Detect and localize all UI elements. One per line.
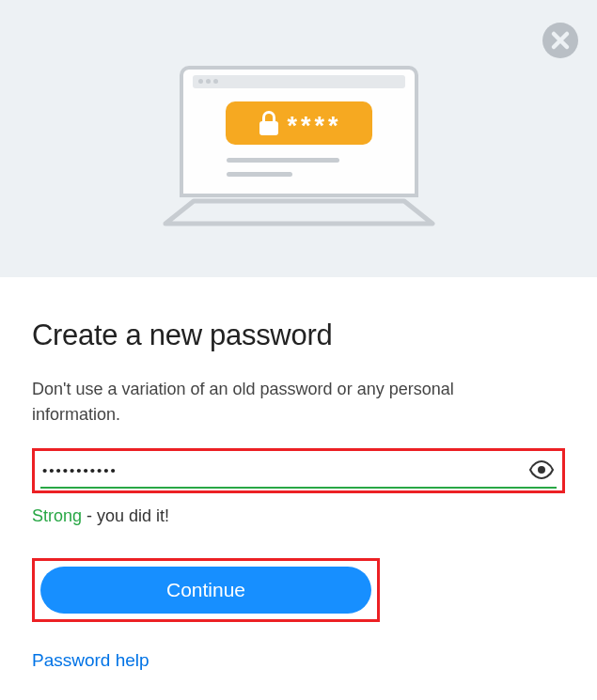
lock-icon bbox=[259, 111, 279, 135]
password-strength-text: Strong - you did it! bbox=[32, 506, 565, 526]
password-mask-icon: **** bbox=[287, 110, 338, 135]
laptop-base-icon bbox=[158, 197, 440, 229]
content-section: Create a new password Don't use a variat… bbox=[0, 277, 597, 671]
placeholder-line-icon bbox=[227, 158, 339, 163]
password-input-row bbox=[40, 457, 557, 489]
continue-button[interactable]: Continue bbox=[40, 567, 371, 614]
password-help-link[interactable]: Password help bbox=[32, 650, 149, 671]
placeholder-line-icon bbox=[227, 172, 292, 177]
strength-label: Strong bbox=[32, 506, 82, 525]
eye-icon bbox=[528, 460, 555, 479]
window-titlebar-icon bbox=[193, 75, 405, 88]
page-description: Don't use a variation of an old password… bbox=[32, 377, 464, 428]
laptop-illustration: **** bbox=[158, 66, 440, 229]
continue-button-highlight: Continue bbox=[32, 558, 380, 622]
hero-section: **** bbox=[0, 0, 597, 277]
close-button[interactable] bbox=[542, 23, 578, 58]
close-icon bbox=[542, 23, 578, 58]
svg-point-1 bbox=[538, 466, 545, 474]
page-title: Create a new password bbox=[32, 319, 565, 352]
password-input[interactable] bbox=[42, 462, 528, 478]
toggle-visibility-button[interactable] bbox=[528, 460, 555, 479]
laptop-screen: **** bbox=[180, 66, 418, 197]
password-field-highlight bbox=[32, 448, 565, 493]
strength-suffix: - you did it! bbox=[82, 506, 169, 525]
password-bar-icon: **** bbox=[226, 101, 372, 145]
